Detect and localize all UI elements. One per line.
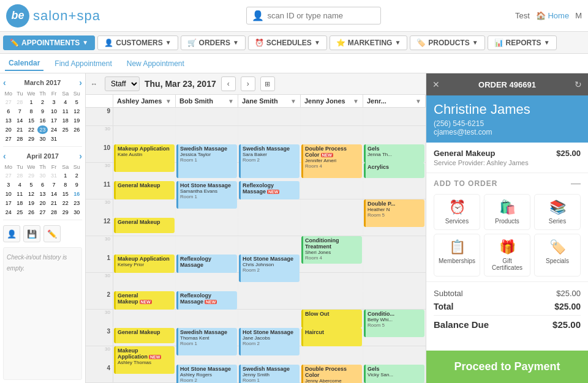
- apr-day-23[interactable]: 23: [71, 199, 82, 207]
- apr-day-21[interactable]: 21: [48, 199, 59, 207]
- appt-card-22[interactable]: Double Process ColorNEWJennifer AmeriRoo…: [301, 144, 362, 178]
- col-arrow-ashley[interactable]: ▼: [165, 98, 172, 105]
- appt-card-19[interactable]: Swedish MassageJenny SmithRoom 1: [239, 365, 300, 383]
- time-cell-r5-c3[interactable]: [301, 199, 363, 217]
- day-26[interactable]: 26: [71, 125, 82, 134]
- day-30[interactable]: 30: [37, 135, 48, 143]
- day-6[interactable]: 6: [3, 107, 14, 116]
- time-cell-r3-c4[interactable]: Acrylics: [363, 163, 426, 180]
- appt-card-18[interactable]: Hot Stone MassageJane JacobsRoom 2: [239, 328, 300, 355]
- nav-schedules[interactable]: ⏰ SCHEDULES ▼: [248, 35, 327, 50]
- day-24[interactable]: 24: [48, 125, 59, 134]
- resize-icon[interactable]: ↔: [91, 80, 97, 87]
- time-cell-r0-c1[interactable]: [176, 108, 238, 125]
- appt-card-9[interactable]: Hot Stone MassageSamantha EvansRoom 1: [176, 181, 237, 209]
- day-28-prev[interactable]: 28: [15, 98, 26, 106]
- day-2[interactable]: 2: [37, 98, 48, 106]
- rp-add-gift-certs[interactable]: 🎁 Gift Certificates: [484, 234, 530, 277]
- apr-day-28[interactable]: 28: [15, 171, 26, 180]
- time-cell-r10-c0[interactable]: General MakeupNEW: [113, 291, 176, 309]
- time-cell-r9-c0[interactable]: [113, 273, 176, 291]
- apr-day-30b[interactable]: 30: [71, 208, 82, 217]
- prev-month-btn-april[interactable]: ‹: [3, 151, 6, 161]
- apr-day-18[interactable]: 18: [15, 199, 26, 207]
- time-cell-r13-c0[interactable]: Makeup ApplicationNEWAshley Thomas: [113, 346, 176, 364]
- appt-card-8[interactable]: Swedish MassageJessica TaylorRoom 1: [176, 144, 237, 178]
- tab-find-appointment[interactable]: Find Appointment: [51, 57, 115, 70]
- time-cell-r9-c3[interactable]: [301, 273, 363, 291]
- day-17[interactable]: 17: [48, 116, 59, 125]
- day-11[interactable]: 11: [60, 107, 71, 116]
- nav-products[interactable]: 🏷️ PRODUCTS ▼: [410, 35, 484, 50]
- rp-add-memberships[interactable]: 📋 Memberships: [434, 234, 480, 277]
- time-cell-r9-c4[interactable]: [363, 273, 426, 291]
- time-cell-r12-c3[interactable]: Haircut: [301, 328, 363, 346]
- col-arrow-jenny[interactable]: ▼: [353, 98, 359, 105]
- appt-card-29[interactable]: Double P...Heather NRoom 5: [364, 199, 424, 227]
- nav-customers[interactable]: 👤 CUSTOMERS ▼: [97, 35, 178, 50]
- time-cell-r7-c1[interactable]: [176, 236, 238, 254]
- day-3[interactable]: 3: [48, 98, 59, 106]
- apr-day-4[interactable]: 4: [15, 180, 26, 189]
- day-27-prev[interactable]: 27: [3, 98, 14, 106]
- prev-month-btn[interactable]: ‹: [3, 78, 6, 87]
- appt-card-24[interactable]: Blow Out: [301, 310, 362, 328]
- appt-card-31[interactable]: GelsVicky San...: [364, 365, 424, 383]
- time-cell-r6-c0[interactable]: General Makeup: [113, 218, 176, 236]
- appt-card-15[interactable]: Swedish MassageSara BakerRoom 2: [239, 144, 300, 178]
- search-input[interactable]: [267, 11, 371, 20]
- time-cell-r4-c1[interactable]: Hot Stone MassageSamantha EvansRoom 1: [176, 181, 238, 199]
- time-cell-r6-c2[interactable]: [238, 218, 301, 236]
- day-15[interactable]: 15: [26, 116, 37, 125]
- apr-day-30[interactable]: 30: [37, 171, 48, 180]
- time-cell-r1-c0[interactable]: [113, 126, 176, 144]
- col-arrow-jenr[interactable]: ▼: [415, 98, 421, 105]
- time-cell-r14-c3[interactable]: Double Process ColorJenny AbercomeRoom 4: [301, 365, 363, 382]
- time-cell-r13-c4[interactable]: [363, 346, 426, 364]
- apr-day-20[interactable]: 20: [37, 199, 48, 207]
- time-cell-r0-c0[interactable]: [113, 108, 176, 125]
- appt-card-13[interactable]: Hot Stone MassageAshley RogersRoom 2: [176, 365, 237, 383]
- day-9[interactable]: 9: [37, 107, 48, 116]
- apr-day-8[interactable]: 8: [60, 180, 71, 189]
- time-cell-r14-c1[interactable]: Hot Stone MassageAshley RogersRoom 2: [176, 365, 238, 382]
- day-22[interactable]: 22: [26, 125, 37, 134]
- time-cell-r11-c4[interactable]: Conditio...Betty Whi...Room 5: [363, 310, 426, 327]
- day-19[interactable]: 19: [71, 116, 82, 125]
- apr-day-13[interactable]: 13: [37, 190, 48, 198]
- day-29[interactable]: 29: [26, 135, 37, 143]
- day-1[interactable]: 1: [26, 98, 37, 106]
- day-8[interactable]: 8: [26, 107, 37, 116]
- time-cell-r1-c3[interactable]: [301, 126, 363, 144]
- time-cell-r6-c1[interactable]: [176, 218, 238, 236]
- appt-card-30[interactable]: Conditio...Betty Whi...Room 5: [364, 310, 424, 337]
- rp-add-products[interactable]: 🛍️ Products: [484, 194, 530, 230]
- sidebar-save-btn[interactable]: 💾: [23, 225, 40, 242]
- apr-day-22[interactable]: 22: [60, 199, 71, 207]
- appt-card-2[interactable]: General Makeup: [114, 218, 175, 233]
- appt-card-28[interactable]: Acrylics: [364, 163, 424, 178]
- apr-day-14[interactable]: 14: [48, 190, 59, 198]
- time-cell-r2-c3[interactable]: Double Process ColorNEWJennifer AmeriRoo…: [301, 144, 363, 162]
- mail-link[interactable]: M: [575, 11, 582, 20]
- time-cell-r10-c4[interactable]: [363, 291, 426, 309]
- home-link[interactable]: 🏠 Home: [536, 11, 569, 20]
- apr-day-27[interactable]: 27: [3, 171, 14, 180]
- apr-day-17[interactable]: 17: [3, 199, 14, 207]
- apr-day-24[interactable]: 24: [3, 208, 14, 217]
- nav-orders[interactable]: 🛒 ORDERS ▼: [181, 35, 246, 50]
- time-cell-r8-c1[interactable]: Reflexology Massage: [176, 255, 238, 272]
- apr-day-9[interactable]: 9: [71, 180, 82, 189]
- time-cell-r9-c1[interactable]: [176, 273, 238, 291]
- day-20[interactable]: 20: [3, 125, 14, 134]
- appt-card-3[interactable]: Makeup ApplicationKelsey Prior: [114, 255, 175, 273]
- cal-next-btn[interactable]: ›: [241, 76, 255, 91]
- day-21[interactable]: 21: [15, 125, 26, 134]
- cal-grid-view-btn[interactable]: ⊞: [260, 76, 275, 91]
- time-cell-r7-c3[interactable]: Conditioning TreatmentSheri JonesRoom 4: [301, 236, 363, 254]
- appt-card-5[interactable]: General Makeup: [114, 328, 175, 343]
- apr-day-6[interactable]: 6: [37, 180, 48, 189]
- tab-calendar[interactable]: Calendar: [5, 56, 43, 71]
- day-27[interactable]: 27: [3, 135, 14, 143]
- next-month-btn-march[interactable]: ›: [79, 78, 82, 87]
